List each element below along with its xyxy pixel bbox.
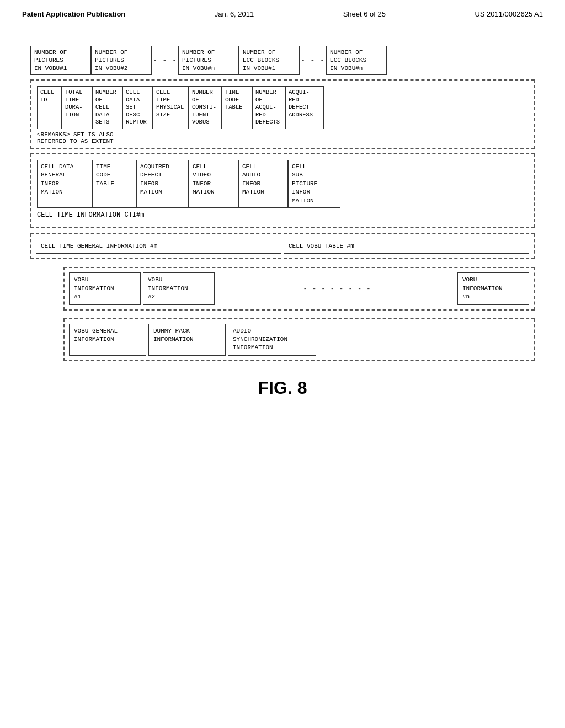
top-box-vobu1-pictures: NUMBER OF PICTURES IN VOBU#1 [30,46,91,75]
box-cell-audio-info: CELL AUDIO INFOR- MATION [238,160,288,208]
remarks-text: <REMARKS> SET IS ALSO REFERRED TO AS EXT… [37,131,528,144]
audio-sync-info: AUDIO SYNCHRONIZATION INFORMATION [228,324,316,356]
cell-breakdown-section: CELL DATA GENERAL INFOR- MATION TIME COD… [30,153,535,228]
col-acquired-defect-address: ACQUI- RED DEFECT ADDRESS [285,86,324,129]
top-box-vobun-ecc: NUMBER OF ECC BLOCKS IN VOBU#n [326,46,387,75]
vobu-section-wrapper: VOBU INFORMATION #1 VOBU INFORMATION #2 … [63,267,535,361]
col-number-cell-data: NUMBER OF CELL DATA SETS [92,86,122,129]
top-box-vobu2-pictures: NUMBER OF PICTURES IN VOBU#2 [91,46,152,75]
dash-connector-2: - - - [300,46,326,75]
publication-label: Patent Application Publication [22,10,125,18]
box-cell-video-info: CELL VIDEO INFOR- MATION [189,160,238,208]
col-cell-time-physical: CELL TIME PHYSICAL SIZE [153,86,189,129]
box-acquired-defect-info: ACQUIRED DEFECT INFOR- MATION [136,160,189,208]
dummy-pack-info: DUMMY PACK INFORMATION [148,324,226,356]
cti-label: CELL TIME INFORMATION CTI#m [37,211,528,219]
col-number-constituent: NUMBER OF CONSTI- TUENT VOBUS [189,86,222,129]
middle-row: CELL ID TOTAL TIME DURA- TION NUMBER OF … [37,86,528,129]
vobu-gen-row: VOBU GENERAL INFORMATION DUMMY PACK INFO… [69,324,529,356]
cell-time-vobu-section: CELL TIME GENERAL INFORMATION #m CELL VO… [30,233,535,259]
vobu-dash-connector: - - - - - - - - [217,272,457,304]
col-time-code-table: TIME CODE TABLE [222,86,252,129]
page-header: Patent Application Publication Jan. 6, 2… [0,0,565,24]
gen-vobu-row: CELL TIME GENERAL INFORMATION #m CELL VO… [36,239,529,254]
bottom-row: CELL DATA GENERAL INFOR- MATION TIME COD… [37,160,528,208]
cell-time-general-info: CELL TIME GENERAL INFORMATION #m [36,239,281,254]
date-label: Jan. 6, 2011 [215,10,254,18]
vobu-row: VOBU INFORMATION #1 VOBU INFORMATION #2 … [69,272,529,304]
col-cell-data-set-desc: CELL DATA SET DESC- RIPTOR [122,86,153,129]
top-row: NUMBER OF PICTURES IN VOBU#1 NUMBER OF P… [30,46,535,75]
vobu-general-info: VOBU GENERAL INFORMATION [69,324,146,356]
box-cell-data-general: CELL DATA GENERAL INFOR- MATION [37,160,92,208]
vobu-general-section: VOBU GENERAL INFORMATION DUMMY PACK INFO… [63,318,535,361]
cell-vobu-table: CELL VOBU TABLE #m [284,239,529,254]
box-time-code-table: TIME CODE TABLE [92,160,136,208]
vobu-info-2: VOBU INFORMATION #2 [143,272,215,304]
sheet-label: Sheet 6 of 25 [343,10,386,18]
main-content: NUMBER OF PICTURES IN VOBU#1 NUMBER OF P… [0,24,565,409]
col-number-acquired-defects: NUMBER OF ACQUI- RED DEFECTS [252,86,285,129]
figure-label: FIG. 8 [30,378,535,398]
patent-label: US 2011/0002625 A1 [475,10,543,18]
col-cell-id: CELL ID [37,86,62,129]
top-box-vobu1-ecc: NUMBER OF ECC BLOCKS IN VOBU#1 [239,46,300,75]
dash-connector-1: - - - [152,46,178,75]
col-total-time: TOTAL TIME DURA- TION [62,86,92,129]
box-cell-sub-picture: CELL SUB- PICTURE INFOR- MATION [288,160,340,208]
top-box-vobun-pictures: NUMBER OF PICTURES IN VOBU#n [178,46,239,75]
vobu-info-1: VOBU INFORMATION #1 [69,272,141,304]
cell-data-table-section: CELL ID TOTAL TIME DURA- TION NUMBER OF … [30,79,535,149]
vobu-section: VOBU INFORMATION #1 VOBU INFORMATION #2 … [63,267,535,310]
vobu-info-n: VOBU INFORMATION #n [457,272,529,304]
